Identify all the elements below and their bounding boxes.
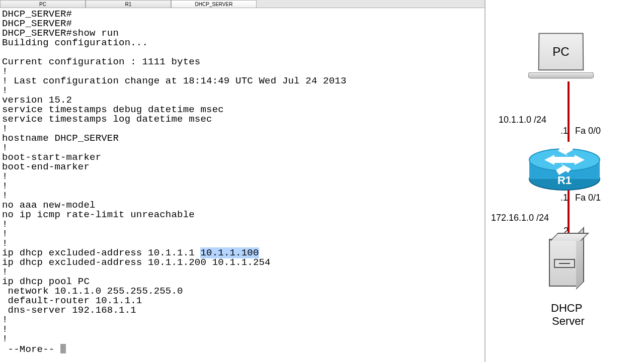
terminal-panel: PC R1 DHCP_SERVER DHCP_SERVER# DHCP_SERV… [0,0,486,362]
pc-base [528,72,594,78]
router-icon: R1 [527,140,602,195]
network-diagram: PC 10.1.1.0 /24 .1 Fa 0/0 R1 .1 Fa 0/1 1 [486,25,644,362]
net2-label: 172.16.1.0 /24 [491,213,549,223]
term-excl2: ip dhcp excluded-address 10.1.1.200 10.1… [2,257,271,268]
terminal-cursor [60,344,66,353]
terminal-tail: ! ip dhcp pool PC network 10.1.1.0 255.2… [2,266,183,344]
net1-label: 10.1.1.0 /24 [499,115,546,125]
pc-screen: PC [538,33,584,70]
server-icon [549,239,578,287]
server-label-1: DHCP [551,302,582,315]
topology-panel: PC 10.1.1.0 /24 .1 Fa 0/0 R1 .1 Fa 0/1 1 [486,0,644,362]
r1-fa00-name: Fa 0/0 [575,126,601,136]
tab-bar: PC R1 DHCP_SERVER [0,0,485,8]
r1-node: R1 [527,140,602,195]
pc-node: PC [538,33,594,79]
term-more: --More-- [2,344,60,355]
pc-label: PC [552,45,569,59]
terminal-output[interactable]: DHCP_SERVER# DHCP_SERVER# DHCP_SERVER#sh… [0,8,485,362]
svg-text:R1: R1 [557,174,572,187]
tab-dhcp-server[interactable]: DHCP_SERVER [171,0,257,8]
terminal-lines: DHCP_SERVER# DHCP_SERVER# DHCP_SERVER#sh… [2,9,347,249]
r1-fa01-ip: .1 [560,193,568,203]
server-slot-icon [554,259,575,268]
r1-fa00-ip: .1 [560,126,568,136]
dhcp-server-node [549,239,578,287]
tab-pc[interactable]: PC [0,0,86,8]
server-label-2: Server [552,315,585,328]
r1-fa01-name: Fa 0/1 [575,193,601,203]
tab-r1[interactable]: R1 [86,0,171,8]
